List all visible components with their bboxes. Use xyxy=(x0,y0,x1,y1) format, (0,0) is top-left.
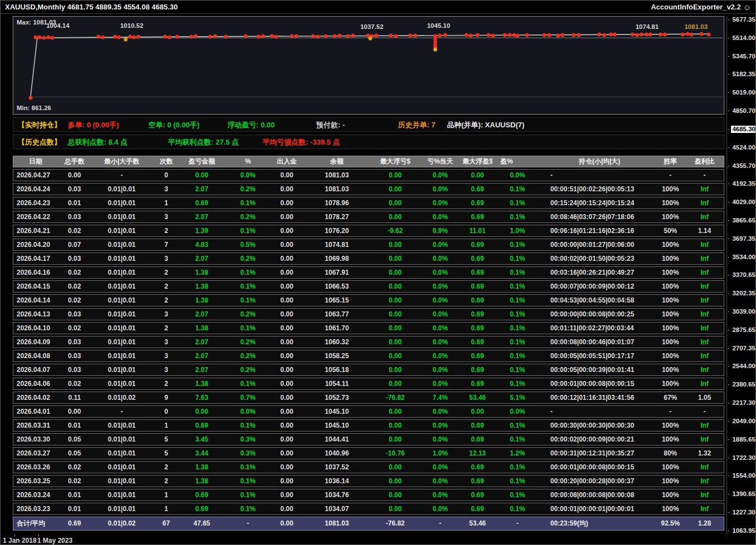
cell-balance: 1061.70 xyxy=(301,323,372,334)
cell-total-lots: 0.02 xyxy=(58,378,91,389)
cell-date: 2026.04.21 xyxy=(13,225,58,236)
cell-count: 2 xyxy=(152,225,180,236)
cell-float-profit-pct: 0.1% xyxy=(493,378,543,389)
cell-hold-time: 00:00:01|00:00:01|00:00:01 xyxy=(543,503,656,514)
cell-profit: 1.38 xyxy=(180,295,223,306)
cell-profit-ratio: Inf xyxy=(684,323,725,334)
cell-count: 1 xyxy=(152,489,180,501)
cell-balance: 1045.10 xyxy=(301,406,372,417)
cell-inout: 0.00 xyxy=(272,378,301,389)
table-row: 2026.04.06 0.02 0.01|0.01 2 1.38 0.1% 0.… xyxy=(13,378,724,390)
price-axis-label: 1063.95 xyxy=(728,527,756,534)
cell-float-profit-pct: 0.1% xyxy=(493,184,543,195)
cell-date: 2026.04.10 xyxy=(13,323,58,334)
cell-profit: 1.38 xyxy=(180,378,223,389)
trade-dot-icon xyxy=(243,34,247,38)
cell-hold-time: 00:00:07|00:00:09|00:00:12 xyxy=(543,281,656,292)
cell-win-rate: 100% xyxy=(656,253,684,264)
table-row: 2026.03.23 0.01 0.01|0.01 1 0.69 0.1% 0.… xyxy=(13,503,724,515)
trade-dot-icon xyxy=(414,34,417,38)
trade-dot-icon xyxy=(639,33,643,37)
cell-profit-ratio: Inf xyxy=(684,350,725,361)
cell-max-float-profit: 0.69 xyxy=(462,420,493,431)
cell-count: 2 xyxy=(152,462,180,473)
cell-max-float-profit: 0.69 xyxy=(462,197,493,209)
cell-max-float-profit: 0.69 xyxy=(462,295,493,306)
cell-inout: 0.00 xyxy=(272,406,301,417)
summary-profit: 47.65 xyxy=(180,517,223,530)
cell-inout: 0.00 xyxy=(272,184,301,195)
table-header-cell: 最小|大手数 xyxy=(91,156,152,167)
trade-dot-icon xyxy=(101,36,105,39)
trade-dot-icon xyxy=(542,33,546,37)
cell-profit-ratio: - xyxy=(684,170,725,181)
price-axis[interactable]: 5677.35 5514.00 5345.70 5182.35 5019.00 … xyxy=(727,16,756,534)
balance-point-label: 1074.81 xyxy=(635,23,659,30)
equity-chart[interactable]: 1004.141010.521037.521045.101074.811081.… xyxy=(13,16,724,115)
balance-point-label: 1081.03 xyxy=(684,23,708,30)
cell-profit-ratio: Inf xyxy=(684,364,725,375)
table-row: 2026.04.10 0.02 0.01|0.01 2 1.38 0.1% 0.… xyxy=(13,322,724,334)
cell-date: 2026.03.30 xyxy=(13,434,58,445)
cell-date: 2026.04.08 xyxy=(13,350,58,361)
cell-profit-pct: 0.2% xyxy=(223,184,272,195)
table-row: 2026.04.08 0.03 0.01|0.01 3 2.07 0.2% 0.… xyxy=(13,350,724,362)
cell-max-drawdown: 0.00 xyxy=(372,239,418,250)
trade-dot-icon xyxy=(132,36,136,39)
summary-float-profit-pct: - xyxy=(493,517,543,530)
cell-minmax-lots: 0.01|0.01 xyxy=(91,503,152,514)
cell-count: 9 xyxy=(152,392,180,403)
trade-dot-icon xyxy=(434,48,437,52)
cell-profit-ratio: Inf xyxy=(684,434,725,445)
cell-date: 2026.04.20 xyxy=(13,239,58,250)
trade-dot-icon xyxy=(685,32,689,36)
cell-float-profit-pct: 0.1% xyxy=(493,197,543,209)
cell-minmax-lots: 0.01|0.01 xyxy=(91,309,152,320)
cell-total-lots: 0.02 xyxy=(58,267,91,278)
trade-dot-icon xyxy=(572,33,576,37)
cell-inout: 0.00 xyxy=(272,253,301,264)
cell-float-profit-pct: 1.2% xyxy=(493,448,543,459)
cell-balance: 1065.15 xyxy=(301,295,372,306)
table-body: 2026.04.27 0.00 - 0 0.00 0.0% 0.00 1081.… xyxy=(13,169,724,515)
table-header-row: 日期总手数最小|大手数次数盈亏金额%出入金余额最大浮亏$亏%当天最大浮盈$盈%持… xyxy=(13,156,724,167)
cell-win-rate: - xyxy=(656,406,684,417)
cell-profit-ratio: Inf xyxy=(684,475,725,487)
trade-dot-icon xyxy=(649,33,653,37)
trade-dot-icon xyxy=(389,34,392,38)
cell-inout: 0.00 xyxy=(272,267,301,278)
cell-max-float-profit: 0.69 xyxy=(462,281,493,292)
cell-max-drawdown: 0.00 xyxy=(372,309,418,320)
cell-inout: 0.00 xyxy=(272,239,301,250)
cell-float-profit-pct: 0.1% xyxy=(493,267,543,278)
cell-count: 2 xyxy=(152,295,180,306)
cell-profit-pct: 0.2% xyxy=(223,336,272,348)
cell-hold-time: 00:00:05|00:05:51|00:17:17 xyxy=(543,350,656,361)
trade-dot-icon xyxy=(46,36,50,39)
cell-total-lots: 0.02 xyxy=(58,225,91,236)
cell-profit: 4.83 xyxy=(180,239,223,250)
trade-dot-icon xyxy=(508,33,512,37)
cell-win-rate: - xyxy=(656,170,684,181)
cell-drawdown-pct: 0.0% xyxy=(418,197,462,209)
smiley-icon[interactable]: ☺ xyxy=(743,3,751,12)
cell-hold-time: 00:01:11|00:02:27|00:03:44 xyxy=(543,323,656,334)
cell-minmax-lots: 0.01|0.01 xyxy=(91,281,152,292)
cell-profit-ratio: 1.32 xyxy=(684,448,725,459)
time-axis[interactable]: 1 Jan 2018 1 May 2023 xyxy=(1,534,723,545)
cell-hold-time: 00:04:53|00:04:55|00:04:58 xyxy=(543,295,656,306)
cell-minmax-lots: 0.01|0.01 xyxy=(91,211,152,222)
cell-total-lots: 0.05 xyxy=(58,448,91,459)
cell-drawdown-pct: 1.0% xyxy=(418,448,462,459)
cell-total-lots: 0.02 xyxy=(58,475,91,487)
table-row: 2026.04.09 0.03 0.01|0.01 3 2.07 0.2% 0.… xyxy=(13,336,724,348)
cell-drawdown-pct: 0.0% xyxy=(418,489,462,501)
cell-date: 2026.04.13 xyxy=(13,309,58,320)
cell-profit: 2.07 xyxy=(180,364,223,375)
cell-max-drawdown: 0.00 xyxy=(372,184,418,195)
cell-max-float-profit: 0.69 xyxy=(462,184,493,195)
cell-win-rate: 100% xyxy=(656,267,684,278)
cell-hold-time: 00:00:01|00:00:08|00:00:15 xyxy=(543,462,656,473)
cell-minmax-lots: 0.01|0.01 xyxy=(91,253,152,264)
cell-max-drawdown: 0.00 xyxy=(372,295,418,306)
